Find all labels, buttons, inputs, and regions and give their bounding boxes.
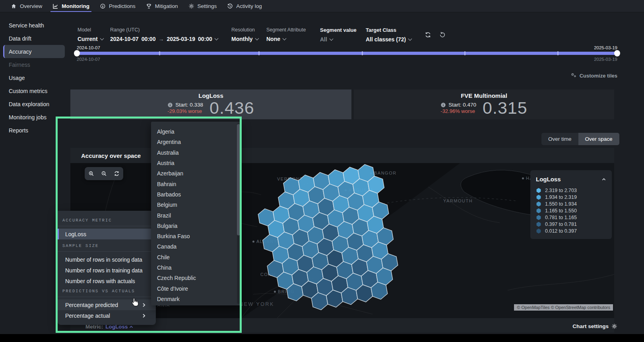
refresh-icon[interactable] <box>425 31 431 40</box>
country-option-china[interactable]: China <box>151 262 241 273</box>
legend-item: 1.550 to 1.934 <box>536 201 606 206</box>
zoom-in-icon[interactable] <box>86 169 96 179</box>
chevron-right-icon <box>142 303 146 307</box>
country-option-barbados[interactable]: Barbados <box>151 189 241 200</box>
range-start-date: 2024-10-07 <box>110 36 139 42</box>
country-option-azerbaijan[interactable]: Azerbaijan <box>151 168 241 179</box>
reset-icon[interactable] <box>439 31 446 39</box>
hexagon-swatch-icon <box>536 188 541 193</box>
country-option-bulgaria[interactable]: Bulgaria <box>151 221 241 231</box>
country-option-algeria[interactable]: Algeria <box>151 126 241 137</box>
map-attribution[interactable]: © OpenMapTiles © OpenStreetMap contribut… <box>514 304 613 311</box>
country-option-czech-republic[interactable]: Czech Republic <box>151 273 241 283</box>
hexagon-swatch-icon <box>536 194 541 200</box>
scrollbar-thumb[interactable] <box>237 124 240 235</box>
chevron-down-icon <box>329 37 333 41</box>
nav-item-mitigation[interactable]: Mitigation <box>141 0 183 12</box>
nav-item-predictions[interactable]: Predictions <box>95 0 141 12</box>
view-toggle-over-space[interactable]: Over space <box>578 133 619 145</box>
menu-item-percentage-actual[interactable]: Percentage actual <box>58 310 156 321</box>
range-control: Range (UTC) 2024-10-07 00:00 → 2025-03-1… <box>110 27 218 42</box>
nav-item-settings[interactable]: Settings <box>183 0 222 12</box>
hexagon-swatch-icon <box>536 222 541 227</box>
menu-section-header: ACCURACY METRIC <box>58 216 156 226</box>
timeline-handle-end[interactable] <box>614 50 620 56</box>
view-toggle-over-time[interactable]: Over time <box>541 133 578 145</box>
menu-item-percentage-predicted[interactable]: Percentage predicted <box>58 299 156 310</box>
country-option-bahrain[interactable]: Bahrain <box>151 179 241 189</box>
legend-range-label: 2.319 to 2.703 <box>545 188 577 193</box>
home-icon <box>11 3 17 9</box>
nav-item-monitoring[interactable]: Monitoring <box>47 0 95 12</box>
sidebar-item-usage[interactable]: Usage <box>3 71 65 84</box>
sidebar-item-custom-metrics[interactable]: Custom metrics <box>3 84 65 97</box>
sidebar-item-service-health[interactable]: Service health <box>3 19 65 32</box>
timeline-end-label: 2025-03-19 <box>594 45 617 50</box>
top-navbar: OverviewMonitoringPredictionsMitigationS… <box>0 0 644 12</box>
sidebar-item-data-drift[interactable]: Data drift <box>3 32 65 45</box>
reset-zoom-icon[interactable] <box>112 169 122 179</box>
segment-value-label: Segment value <box>320 27 357 33</box>
sidebar-item-accuracy[interactable]: Accuracy <box>3 45 65 58</box>
resolution-select[interactable]: Monthly <box>231 36 258 42</box>
range-select[interactable]: 2024-10-07 00:00 → 2025-03-19 00:00 <box>110 36 218 42</box>
menu-item-label: Number of rows with actuals <box>65 278 135 284</box>
timeline-handle-start[interactable] <box>74 50 80 56</box>
model-control: Model Current <box>78 27 103 42</box>
legend-range-label: 1.165 to 1.550 <box>545 208 577 214</box>
range-end-date: 2025-03-19 <box>167 36 195 42</box>
menu-item-number-of-rows-with-actuals[interactable]: Number of rows with actuals <box>58 276 156 286</box>
chart-settings-button[interactable]: Chart settings <box>572 323 617 329</box>
segment-value-select[interactable]: All <box>320 36 357 43</box>
chevron-up-icon[interactable] <box>601 177 606 182</box>
target-class-select[interactable]: All classes (72) <box>366 36 411 43</box>
timeline-start-sublabel: 2024-10-07 <box>77 57 100 62</box>
hexagon-swatch-icon <box>536 201 541 207</box>
sidebar-item-reports[interactable]: Reports <box>3 124 65 137</box>
divider <box>58 226 156 226</box>
target-class-label: Target Class <box>366 27 411 33</box>
resolution-label: Resolution <box>231 27 258 33</box>
divider <box>58 297 156 297</box>
info-icon[interactable] <box>167 102 173 108</box>
country-option-burkina-faso[interactable]: Burkina Faso <box>151 231 241 241</box>
country-option-canada[interactable]: Canada <box>151 241 241 252</box>
country-option-c-te-d-ivoire[interactable]: Côte d'Ivoire <box>151 283 241 293</box>
gear-icon <box>611 323 617 329</box>
zoom-out-icon[interactable] <box>99 169 109 179</box>
hexagon-swatch-icon <box>536 228 541 234</box>
legend-range-label: 1.550 to 1.934 <box>545 201 577 207</box>
nav-item-overview[interactable]: Overview <box>6 0 47 12</box>
legend-item: 0.012 to 0.397 <box>536 228 606 233</box>
country-option-belgium[interactable]: Belgium <box>151 200 241 210</box>
tile-logloss[interactable]: LogLoss Start: 0.338 -29.03% worse 0.436 <box>70 89 351 119</box>
country-option-australia[interactable]: Australia <box>151 148 241 158</box>
timeline-slider[interactable] <box>77 52 617 55</box>
segment-attribute-control: Segment Attribute None <box>266 27 306 42</box>
timeline-start-label: 2024-10-07 <box>77 45 100 50</box>
info-icon[interactable] <box>440 102 446 108</box>
country-option-chile[interactable]: Chile <box>151 252 241 262</box>
menu-item-label: Number of rows in scoring data <box>65 256 142 263</box>
menu-item-number-of-rows-in-training-data[interactable]: Number of rows in training data <box>58 265 156 276</box>
sidebar-item-monitoring-jobs[interactable]: Monitoring jobs <box>3 111 65 124</box>
country-option-brazil[interactable]: Brazil <box>151 210 241 220</box>
sidebar-item-fairness[interactable]: Fairness <box>3 58 65 71</box>
sidebar-item-data-exploration[interactable]: Data exploration <box>3 97 65 111</box>
segment-attribute-select[interactable]: None <box>266 36 306 42</box>
tile-fve-multinomial[interactable]: FVE Multinomial Start: 0.470 -32.96% wor… <box>354 89 614 119</box>
nav-item-activity-log[interactable]: Activity log <box>222 0 267 12</box>
customize-tiles-button[interactable]: Customize tiles <box>570 72 617 79</box>
country-option-denmark[interactable]: Denmark <box>151 294 241 304</box>
menu-item-number-of-rows-in-scoring-data[interactable]: Number of rows in scoring data <box>58 254 156 265</box>
menu-item-logloss[interactable]: LogLoss <box>58 229 156 239</box>
tile-delta-badge: -29.03% worse <box>167 108 202 114</box>
model-value: Current <box>78 36 98 42</box>
model-select[interactable]: Current <box>78 36 103 42</box>
chevron-up-icon <box>129 325 134 329</box>
nav-item-label: Activity log <box>236 3 262 9</box>
segment-value-value: All <box>320 36 327 43</box>
country-option-austria[interactable]: Austria <box>151 158 241 168</box>
country-option-argentina[interactable]: Argentina <box>151 137 241 147</box>
menu-item-label: Percentage actual <box>65 313 110 319</box>
